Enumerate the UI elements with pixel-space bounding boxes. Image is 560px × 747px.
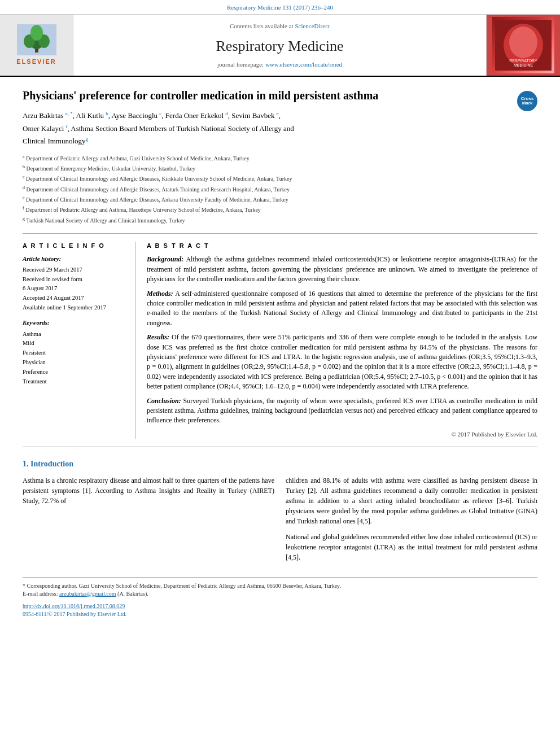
authors-line: Arzu Bakirtas a, *, Ali Kutlu b, Ayse Ba… [23,110,537,147]
intro-title: Introduction [30,460,73,468]
journal-homepage: journal homepage: www.elsevier.com/locat… [217,60,342,69]
footnote-section: * Corresponding author. Gazi University … [23,577,537,598]
methods-label: Methods: [147,290,173,298]
keyword-mild: Mild [23,339,126,348]
article-title: Physicians' preference for controller me… [23,88,537,103]
intro-col-right: children and 88.1% of adults with asthma… [286,475,537,568]
intro-number: 1. [23,460,29,468]
citation-text: Respiratory Medicine 131 (2017) 236–240 [227,4,333,11]
journal-title: Respiratory Medicine [216,36,344,56]
intro-col-left: Asthma is a chronic respiratory disease … [23,475,274,568]
history-revised-date: 6 August 2017 [23,285,126,293]
conclusion-text: Surveyed Turkish physicians, the majorit… [147,397,537,425]
history-revised-label: Received in revised form [23,276,126,284]
section-divider-2 [23,447,537,447]
journal-cover: RESPIRATORY MEDICINE [487,15,560,76]
intro-heading: 1. Introduction [23,458,537,470]
info-abstract-section: A R T I C L E I N F O Article history: R… [23,242,537,439]
keyword-asthma: Asthma [23,330,126,339]
citation-bar: Respiratory Medicine 131 (2017) 236–240 [0,0,560,15]
elsevier-tree-graphic [17,24,56,55]
history-label: Article history: [23,255,126,263]
abstract-results: Results: Of the 670 questionnaires, ther… [147,333,537,391]
history-online: Available online 1 September 2017 [23,304,126,312]
section-divider-1 [23,233,537,234]
abstract-heading: A B S T R A C T [147,242,537,250]
keyword-treatment: Treatment [23,377,126,387]
keyword-preference: Preference [23,368,126,377]
background-label: Background: [147,255,183,263]
background-text: Although the asthma guidelines recommend… [147,255,537,283]
science-direct-anchor[interactable]: ScienceDirect [295,23,330,29]
crossmark-badge: CrossMark [517,91,537,111]
journal-cover-image: RESPIRATORY MEDICINE [492,17,554,73]
abstract-col: A B S T R A C T Background: Although the… [147,242,537,439]
abstract-methods: Methods: A self-administered questionnai… [147,289,537,329]
results-text: Of the 670 questionnaires, there were 51… [147,333,537,390]
email-line: E-mail address: arzubakirtas@gmail.com (… [23,590,537,598]
email-label: E-mail address: [23,591,58,597]
history-accepted: Accepted 24 August 2017 [23,294,126,303]
keyword-physician: Physician [23,358,126,368]
copyright-text: © 2017 Published by Elsevier Ltd. [147,430,537,439]
elsevier-logo: ELSEVIER [16,24,56,66]
results-label: Results: [147,333,169,341]
elsevier-wordmark: ELSEVIER [16,58,56,66]
svg-text:MEDICINE: MEDICINE [514,63,533,67]
main-content: CrossMark Physicians' preference for con… [0,77,560,629]
methods-text: A self-administered questionnaire compos… [147,290,537,327]
svg-point-8 [509,27,537,58]
corresponding-author: * Corresponding author. Gazi University … [23,582,537,590]
doi-section: http://dx.doi.org/10.1016/j.rmed.2017.08… [23,602,537,618]
science-direct-link: Contents lists available at ScienceDirec… [230,22,330,30]
history-received: Received 29 March 2017 [23,266,126,274]
conclusion-label: Conclusion: [147,397,181,405]
abstract-conclusion: Conclusion: Surveyed Turkish physicians,… [147,396,537,426]
doi-url[interactable]: http://dx.doi.org/10.1016/j.rmed.2017.08… [23,603,125,609]
abstract-background: Background: Although the asthma guidelin… [147,255,537,284]
intro-para-3: National and global guidelines recommend… [286,532,537,562]
journal-info-center: Contents lists available at ScienceDirec… [73,15,487,76]
email-name: (A. Bakirtas). [117,591,148,597]
issn-text: 0954-6111/© 2017 Published by Elsevier L… [23,611,126,617]
svg-text:RESPIRATORY: RESPIRATORY [509,59,537,63]
svg-point-5 [30,25,43,41]
email-link[interactable]: arzubakirtas@gmail.com [59,591,116,597]
keyword-persistent: Persistent [23,348,126,358]
intro-para-1: Asthma is a chronic respiratory disease … [23,475,274,506]
elsevier-logo-section: ELSEVIER [0,15,73,76]
article-info-heading: A R T I C L E I N F O [23,242,126,250]
journal-header: ELSEVIER Contents lists available at Sci… [0,15,560,77]
intro-body: Asthma is a chronic respiratory disease … [23,475,537,568]
journal-url[interactable]: www.elsevier.com/locate/rmed [265,61,342,68]
crossmark-circle: CrossMark [517,91,537,111]
article-info-col: A R T I C L E I N F O Article history: R… [23,242,135,439]
affiliations: a Department of Pediatric Allergy and As… [23,153,537,225]
intro-para-2: children and 88.1% of adults with asthma… [286,475,537,526]
keywords-label: Keywords: [23,318,126,327]
introduction-section: 1. Introduction Asthma is a chronic resp… [23,458,537,568]
